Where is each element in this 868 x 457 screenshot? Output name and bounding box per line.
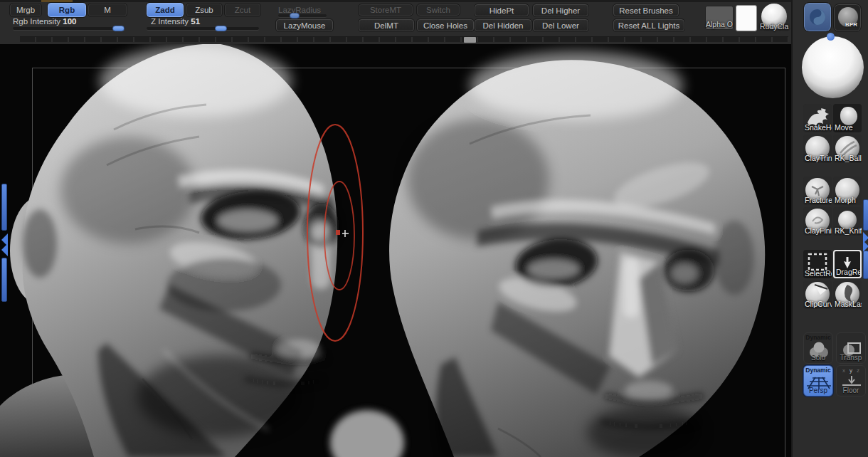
- brush-thumb-move[interactable]: Move: [833, 104, 862, 132]
- sphere-swirl-icon: [808, 7, 827, 27]
- left-tray-collapse-icon2[interactable]: [1, 243, 8, 256]
- del-hidden-button[interactable]: Del Hidden: [475, 19, 531, 31]
- brush-thumb-rkballs[interactable]: RK_BallS: [833, 135, 862, 163]
- brush-label: MaskLas: [833, 300, 862, 309]
- persp-button[interactable]: Dynamic Persp: [803, 365, 833, 396]
- switch-button[interactable]: Switch: [417, 4, 460, 16]
- brush-label: ClayFinis: [803, 226, 832, 236]
- mid-shoulder: [330, 410, 404, 457]
- lazyradius-slider[interactable]: [278, 14, 327, 17]
- sculpture-render: [0, 44, 791, 457]
- transp-button[interactable]: Transp: [836, 332, 866, 364]
- reset-all-lights-button[interactable]: Reset ALL Lights: [613, 19, 684, 31]
- lazymouse-button[interactable]: LazyMouse: [276, 19, 333, 31]
- brush-thumb-claytrin[interactable]: ClayTrin: [803, 135, 832, 163]
- brush-thumb-clayfinish[interactable]: ClayFinis: [803, 207, 832, 236]
- cursor-crosshair-icon: [342, 230, 349, 237]
- bpr-label: BPR: [845, 21, 857, 28]
- lazyradius-slider-handle[interactable]: [290, 13, 300, 19]
- right-tray-scrollbar2[interactable]: [863, 251, 868, 279]
- timeline-marker[interactable]: [464, 37, 476, 43]
- material-preview-sphere[interactable]: [802, 36, 864, 98]
- z-intensity-slider-handle[interactable]: [215, 26, 227, 31]
- rgb-intensity-slider[interactable]: [13, 27, 125, 30]
- brush-label: RK_Knife: [833, 226, 862, 236]
- material-swatch[interactable]: RudyCla: [760, 4, 788, 31]
- sculpt-canvas[interactable]: [0, 44, 791, 457]
- solo-label: Solo: [804, 354, 832, 362]
- floor-label: Floor: [837, 387, 865, 394]
- timeline-strip[interactable]: [0, 34, 868, 44]
- timeline-cells[interactable]: [20, 36, 788, 42]
- stroke-thumb-masklasso[interactable]: MaskLas: [833, 280, 862, 309]
- rgb-intensity-label: Rgb Intensity 100: [13, 17, 77, 26]
- mrgb-button[interactable]: Mrgb: [10, 4, 41, 16]
- brush-label: Morph: [833, 196, 862, 205]
- hidept-button[interactable]: HidePt: [475, 4, 529, 16]
- persp-label: Persp: [804, 387, 832, 394]
- left-tray-scrollbar[interactable]: [1, 184, 7, 231]
- bpr-button[interactable]: BPR: [834, 4, 861, 31]
- color-swatch[interactable]: [736, 5, 757, 31]
- close-holes-button[interactable]: Close Holes: [417, 19, 474, 31]
- del-higher-button[interactable]: Del Higher: [533, 4, 588, 16]
- material-swatch-label: RudyCla: [760, 22, 788, 31]
- stroke-thumb-selectrect[interactable]: SelectRe: [803, 250, 832, 278]
- rgb-button[interactable]: Rgb: [48, 3, 86, 17]
- floor-button[interactable]: x y z Floor: [836, 365, 866, 396]
- brush-thumb-rkknife[interactable]: RK_Knife: [833, 207, 862, 236]
- m-button[interactable]: M: [88, 4, 127, 16]
- alpha-swatch[interactable]: Alpha O: [705, 6, 734, 30]
- brush-thumb-fracture[interactable]: Fracture: [803, 177, 832, 205]
- top-shelf: Mrgb Rgb M Rgb Intensity 100 Zadd Zsub Z…: [0, 0, 868, 34]
- reset-brushes-button[interactable]: Reset Brushes: [613, 4, 679, 16]
- transp-label: Transp: [837, 354, 865, 362]
- brush-thumb-snakehook[interactable]: SnakeHo: [803, 104, 832, 132]
- zadd-button[interactable]: Zadd: [147, 3, 184, 17]
- del-lower-button[interactable]: Del Lower: [533, 19, 588, 31]
- left-tray-scrollbar2[interactable]: [1, 258, 7, 302]
- stroke-thumb-dragrect[interactable]: DragRec: [833, 250, 862, 278]
- brush-label: ClayTrin: [803, 154, 832, 163]
- cropped-menubar: [0, 0, 868, 2]
- brush-thumb-morph[interactable]: Morph: [833, 177, 862, 205]
- brush-label: Move: [833, 123, 862, 132]
- z-intensity-label: Z Intensity 51: [151, 17, 200, 26]
- swirl-sphere-button[interactable]: [804, 3, 831, 31]
- zcut-button[interactable]: Zcut: [225, 4, 260, 16]
- brush-label: SelectRe: [803, 269, 832, 278]
- right-head: [389, 51, 765, 457]
- brush-label: Fracture: [803, 196, 832, 205]
- rgb-intensity-slider-handle[interactable]: [112, 26, 125, 31]
- brush-label: RK_BallS: [833, 154, 862, 163]
- brush-label: ClipCurv: [803, 300, 832, 309]
- z-intensity-slider[interactable]: [147, 27, 259, 30]
- alpha-swatch-label: Alpha O: [706, 20, 733, 28]
- right-tray-scrollbar[interactable]: [863, 199, 868, 231]
- lazyradius-label: LazyRadius: [278, 6, 321, 14]
- brush-center-dot: [336, 230, 340, 235]
- storemt-button[interactable]: StoreMT: [359, 4, 413, 16]
- brush-label: DragRec: [835, 268, 860, 277]
- solo-button[interactable]: Dynamic Solo: [803, 332, 833, 364]
- stroke-thumb-clipcurve[interactable]: ClipCurv: [803, 280, 832, 309]
- zbrush-window: Mrgb Rgb M Rgb Intensity 100 Zadd Zsub Z…: [0, 0, 868, 457]
- light-position-dot[interactable]: [827, 33, 835, 41]
- right-shelf: BPR SnakeHo Move ClayTrin RK_BallS: [791, 0, 868, 457]
- zsub-button[interactable]: Zsub: [186, 4, 222, 16]
- brush-label: SnakeHo: [803, 123, 832, 132]
- delmt-button[interactable]: DelMT: [359, 19, 414, 31]
